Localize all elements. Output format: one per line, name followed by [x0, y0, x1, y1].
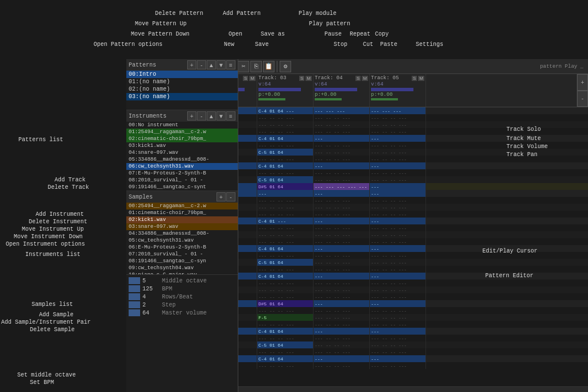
- instrument-item-03[interactable]: 03:kick1.wav: [126, 142, 238, 149]
- move-pattern-down-button[interactable]: ▼: [216, 60, 226, 69]
- grid-cell[interactable]: --- -- -- ---: [314, 307, 370, 314]
- cut-button[interactable]: ✂: [238, 61, 249, 72]
- grid-cell[interactable]: --- -- -- ---: [314, 266, 370, 273]
- track-03-solo[interactable]: S: [299, 76, 304, 81]
- grid-cell[interactable]: --- -- -- ---: [314, 224, 370, 231]
- grid-cell[interactable]: ---: [370, 162, 426, 169]
- grid-cell[interactable]: ---: [370, 190, 426, 197]
- copy-icon-button[interactable]: ⎘: [250, 61, 262, 72]
- grid-cell[interactable]: --- -- -- ---: [257, 280, 314, 286]
- grid-cell[interactable]: --- -- -- ---: [370, 149, 426, 156]
- grid-cell[interactable]: --- -- -- ---: [370, 224, 426, 231]
- grid-cell[interactable]: --- -- -- ---: [257, 224, 314, 231]
- grid-cell[interactable]: --- -- -- ---: [314, 169, 370, 176]
- delete-instrument-button[interactable]: -: [197, 111, 206, 121]
- grid-cell[interactable]: --- -- -- ---: [257, 335, 314, 341]
- grid-cell[interactable]: C-5 01 64: [257, 176, 314, 183]
- sample-item-01[interactable]: 01:cinematic-choir_79bpm_: [126, 209, 238, 216]
- grid-cell[interactable]: --- -- -- ---: [314, 341, 370, 348]
- grid-cell[interactable]: --- --- ---: [314, 107, 370, 114]
- sample-item-00[interactable]: 00:25494__raggaman__c-2.w: [126, 203, 238, 209]
- grid-cell[interactable]: --- -- -- ---: [370, 204, 426, 211]
- instrument-item-09[interactable]: 09:191466__sangtao_c-synt: [126, 184, 238, 191]
- sample-item-02[interactable]: 02:kick1.wav: [126, 216, 238, 223]
- delete-sample-button[interactable]: -: [226, 192, 235, 201]
- sample-item-07[interactable]: 07:2010_survival_ - 01 -: [126, 251, 238, 258]
- grid-cell[interactable]: ---: [314, 328, 370, 335]
- grid-cell[interactable]: --- -- -- ---: [257, 142, 314, 149]
- add-pattern-button[interactable]: +: [187, 60, 196, 69]
- move-pattern-up-button[interactable]: ▲: [207, 60, 216, 69]
- track-03-vol-bar[interactable]: [258, 88, 301, 91]
- grid-cell[interactable]: --- -- -- ---: [257, 156, 314, 162]
- grid-cell[interactable]: --- -- -- ---: [314, 286, 370, 293]
- grid-cell[interactable]: --- -- -- ---: [314, 314, 370, 321]
- track-04-vol-bar[interactable]: [315, 88, 357, 91]
- add-instrument-button[interactable]: +: [187, 111, 196, 121]
- grid-cell[interactable]: --- -- -- ---: [314, 280, 370, 286]
- instrument-item-01[interactable]: 01:25494__raggaman__c-2.w: [126, 129, 238, 135]
- grid-cell[interactable]: --- -- -- ---: [314, 114, 370, 121]
- grid-cell[interactable]: --- -- -- ---: [370, 362, 426, 369]
- grid-cell[interactable]: --- -- -- ---: [257, 231, 314, 238]
- grid-cell[interactable]: --- -- -- ---: [370, 211, 426, 218]
- grid-cell[interactable]: --- -- -- ---: [370, 128, 426, 135]
- grid-cell[interactable]: ---: [370, 328, 426, 335]
- grid-cell[interactable]: --- -- -- ---: [314, 204, 370, 211]
- grid-cell[interactable]: ---: [314, 355, 370, 362]
- track-03-pan-bar[interactable]: [258, 98, 285, 100]
- grid-cell[interactable]: --- -- -- ---: [314, 293, 370, 300]
- grid-cell[interactable]: C-4 01 64: [257, 328, 314, 335]
- grid-cell[interactable]: --- -- -- ---: [314, 211, 370, 218]
- instrument-item-08[interactable]: 08:2010_survival_ - 01 -: [126, 177, 238, 184]
- pattern-item-01[interactable]: 01:(no name): [126, 78, 238, 86]
- grid-cell[interactable]: ---: [257, 190, 314, 197]
- grid-cell[interactable]: --- -- -- ---: [257, 293, 314, 300]
- grid-cell[interactable]: ---: [370, 300, 426, 307]
- add-sample-button[interactable]: +: [216, 192, 226, 201]
- grid-cell[interactable]: --- -- -- ---: [257, 204, 314, 211]
- grid-cell[interactable]: C-4 01 64: [257, 355, 314, 362]
- track-02-solo[interactable]: S: [243, 76, 248, 81]
- instrument-item-04[interactable]: 04:snare-097.wav: [126, 149, 238, 156]
- grid-cell[interactable]: --- -- -- ---: [257, 211, 314, 218]
- grid-cell[interactable]: --- -- -- ---: [257, 169, 314, 176]
- grid-cell[interactable]: --- -- -- ---: [257, 321, 314, 328]
- instrument-options-button[interactable]: ≡: [226, 111, 235, 121]
- paste-button[interactable]: 📋: [263, 61, 274, 72]
- grid-cell[interactable]: --- -- -- ---: [314, 128, 370, 135]
- grid-cell[interactable]: D#5 01 64: [257, 183, 314, 190]
- grid-cell[interactable]: ---: [314, 273, 370, 280]
- instrument-item-05[interactable]: 05:334886__madnessxd__008-: [126, 156, 238, 163]
- instrument-item-02[interactable]: 02:cinematic-choir_79bpm_: [126, 135, 238, 142]
- grid-cell[interactable]: --- --- --- --- --- --- ---: [314, 183, 370, 190]
- grid-cell[interactable]: --- -- -- ---: [370, 266, 426, 273]
- grid-cell[interactable]: --- -- -- ---: [314, 156, 370, 162]
- grid-cell[interactable]: ---: [314, 245, 370, 252]
- grid-cell[interactable]: --- -- -- ---: [257, 362, 314, 369]
- grid-cell[interactable]: C-4 01 64: [257, 273, 314, 280]
- grid-cell[interactable]: ---: [370, 135, 426, 142]
- grid-cell[interactable]: --- -- -- ---: [314, 176, 370, 183]
- move-instrument-down-button[interactable]: ▼: [216, 111, 226, 121]
- grid-cell[interactable]: ---: [370, 273, 426, 280]
- grid-cell[interactable]: --- -- -- ---: [370, 252, 426, 259]
- grid-cell[interactable]: --- -- -- ---: [314, 252, 370, 259]
- grid-cell[interactable]: --- -- -- ---: [257, 307, 314, 314]
- grid-cell[interactable]: --- -- -- ---: [314, 362, 370, 369]
- grid-cell[interactable]: F-5: [257, 314, 314, 321]
- instrument-item-07[interactable]: 07:E-Mu-Proteus-2-Synth-B: [126, 170, 238, 177]
- grid-cell[interactable]: --- -- -- ---: [370, 293, 426, 300]
- grid-cell[interactable]: --- -- -- ---: [257, 128, 314, 135]
- track-03-mute[interactable]: M: [305, 76, 312, 81]
- grid-cell[interactable]: C-4 01 ---: [257, 218, 314, 224]
- grid-cell[interactable]: --- -- -- ---: [370, 335, 426, 341]
- grid-cell[interactable]: --- -- -- ---: [370, 314, 426, 321]
- grid-cell[interactable]: --- -- -- ---: [370, 238, 426, 245]
- pattern-options-button[interactable]: ≡: [226, 60, 235, 69]
- samples-list[interactable]: 00:25494__raggaman__c-2.w 01:cinematic-c…: [126, 203, 238, 274]
- grid-cell[interactable]: C-4 01 64: [257, 245, 314, 252]
- grid-cell[interactable]: C-4 01 64 ---: [257, 107, 314, 114]
- add-track-button[interactable]: +: [577, 74, 588, 91]
- grid-cell[interactable]: ---: [370, 245, 426, 252]
